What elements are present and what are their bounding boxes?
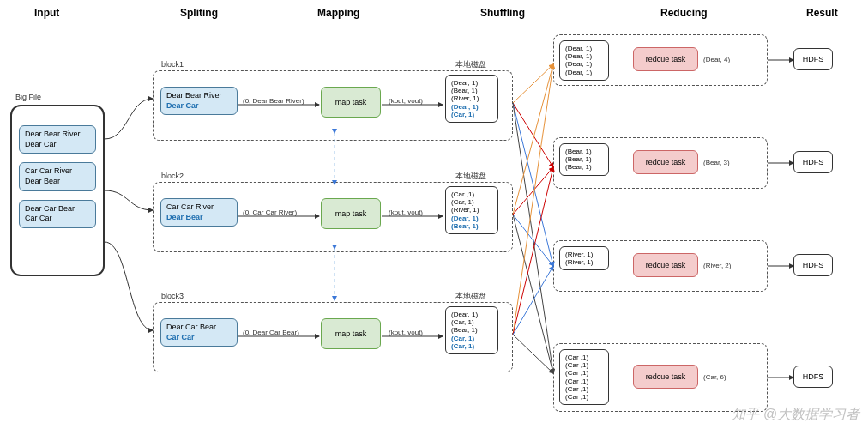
bigfile-container: Dear Bear RiverDear Car Car Car RiverDea…	[10, 105, 105, 276]
stage-shuffling: Shuffling	[480, 7, 525, 19]
hdfs-2: HDFS	[793, 254, 833, 276]
reduce-task-1: redcue task	[633, 150, 698, 174]
svg-line-6	[513, 214, 553, 266]
reduce-result-0: (Dear, 4)	[703, 56, 730, 63]
reduce-result-1: (Bear, 3)	[703, 159, 730, 166]
stage-mapping: Mapping	[317, 7, 359, 19]
kout-0: (kout, vout)	[389, 97, 423, 105]
split-0: Dear Bear RiverDear Car	[160, 87, 238, 115]
svg-line-11	[513, 335, 553, 373]
block-2: Dear Car BearCar Car (0, Dear Car Bear) …	[153, 302, 513, 372]
split-2: Dear Car BearCar Car	[160, 318, 238, 347]
bigfile-line-2: Car Car RiverDear Bear	[19, 162, 96, 190]
watermark: 知乎 @大数据学习者	[732, 406, 859, 424]
bigfile-label: Big File	[15, 93, 41, 101]
svg-line-4	[513, 64, 553, 214]
disk-2: 本地磁盘	[455, 291, 486, 302]
kv-0: (0, Dear Bear River)	[243, 97, 304, 105]
mapout-0: (Dear, 1)(Bear, 1)(River, 1)(Dear, 1)(Ca…	[445, 75, 498, 123]
maptask-0: map task	[321, 87, 381, 118]
stage-input: Input	[34, 7, 59, 19]
reduce-group-1: (Bear, 1)(Bear, 1)(Bear, 1) redcue task …	[553, 137, 768, 189]
reduce-task-3: redcue task	[633, 365, 698, 389]
hdfs-0: HDFS	[793, 48, 833, 70]
block-0: Dear Bear RiverDear Car (0, Dear Bear Ri…	[153, 70, 513, 141]
maptask-1: map task	[321, 198, 381, 229]
reduce-result-3: (Car, 6)	[703, 373, 726, 381]
bigfile-line-3: Dear Car BearCar Car	[19, 200, 96, 228]
block-1: Car Car RiverDear Bear (0, Car Car River…	[153, 182, 513, 252]
reduce-group-2: (River, 1)(River, 1) redcue task (River,…	[553, 240, 768, 292]
mapout-2: (Dear, 1)(Car, 1)(Bear, 1)(Car, 1)(Car, …	[445, 306, 498, 354]
reduce-group-3: (Car ,1)(Car ,1)(Car ,1)(Car ,1)(Car ,1)…	[553, 343, 768, 412]
svg-line-9	[513, 167, 553, 335]
hdfs-3: HDFS	[793, 366, 833, 388]
svg-line-7	[513, 214, 553, 373]
svg-line-8	[513, 64, 553, 335]
svg-line-1	[513, 103, 553, 167]
kv-2: (0, Dear Car Bear)	[243, 329, 299, 336]
svg-line-0	[513, 64, 553, 103]
shuffle-list-0: (Dear, 1)(Dear, 1)(Dear, 1)(Dear, 1)	[559, 40, 609, 81]
mapout-1: (Car ,1)(Car, 1)(River, 1)(Dear, 1)(Bear…	[445, 186, 498, 234]
svg-line-10	[513, 266, 553, 335]
bigfile-line-1: Dear Bear RiverDear Car	[19, 125, 96, 154]
kout-2: (kout, vout)	[389, 329, 423, 336]
block-label-0: block1	[161, 60, 184, 69]
stage-reducing: Reducing	[660, 7, 708, 19]
reduce-task-0: redcue task	[633, 47, 698, 71]
reduce-group-0: (Dear, 1)(Dear, 1)(Dear, 1)(Dear, 1) red…	[553, 34, 768, 86]
svg-line-2	[513, 103, 553, 266]
stage-result: Result	[806, 7, 838, 19]
block-label-2: block3	[161, 292, 184, 300]
shuffle-list-2: (River, 1)(River, 1)	[559, 246, 609, 270]
disk-0: 本地磁盘	[455, 59, 486, 70]
kv-1: (0, Car Car River)	[243, 208, 297, 216]
shuffle-list-3: (Car ,1)(Car ,1)(Car ,1)(Car ,1)(Car ,1)…	[559, 349, 609, 405]
shuffle-list-1: (Bear, 1)(Bear, 1)(Bear, 1)	[559, 143, 609, 176]
svg-line-3	[513, 103, 553, 373]
svg-line-5	[513, 167, 553, 214]
reduce-task-2: redcue task	[633, 253, 698, 277]
hdfs-1: HDFS	[793, 151, 833, 173]
stage-splitting: Spliting	[180, 7, 218, 19]
reduce-result-2: (River, 2)	[703, 262, 731, 269]
maptask-2: map task	[321, 318, 381, 349]
block-label-1: block2	[161, 172, 184, 180]
kout-1: (kout, vout)	[389, 208, 423, 216]
disk-1: 本地磁盘	[455, 171, 486, 182]
split-1: Car Car RiverDear Bear	[160, 198, 238, 227]
